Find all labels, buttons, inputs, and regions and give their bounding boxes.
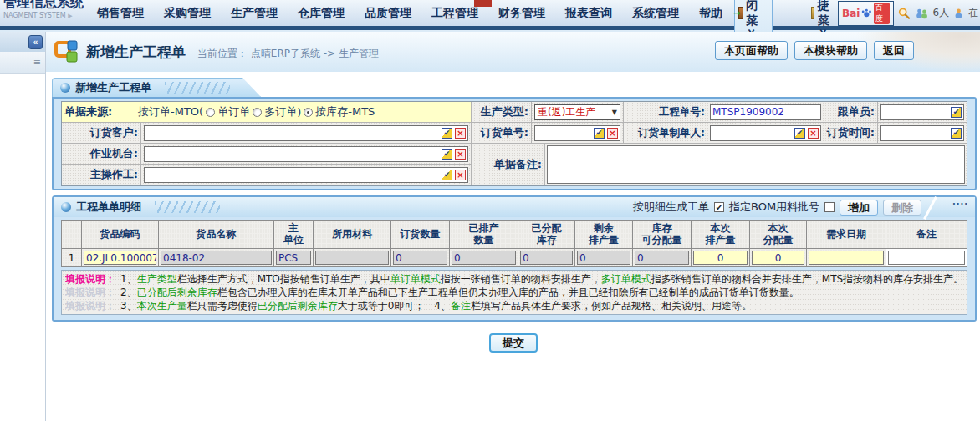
this-allocated-input[interactable]: 0 (752, 251, 804, 265)
operator-input[interactable]: ✔× (144, 167, 468, 183)
this-scheduled-input[interactable]: 0 (693, 251, 748, 265)
quick-menu-icon (811, 7, 814, 19)
order-no-input[interactable]: MTSP1909002 (710, 104, 821, 120)
baidu-search-button[interactable]: Bai 百度 (838, 1, 894, 26)
online-users-icon[interactable] (915, 8, 929, 19)
col-order-qty: 订货数量 (391, 221, 450, 249)
order-time-input[interactable]: ✔ (880, 125, 964, 141)
menu-item-reports[interactable]: 报表查询 (565, 6, 612, 21)
menu-item-system[interactable]: 系统管理 (632, 6, 679, 21)
topbar-right: Bai 百度 6人 在 (838, 1, 980, 26)
submit-button[interactable]: 提交 (489, 333, 538, 353)
dropdown-arrow-icon: ▼ (612, 109, 617, 116)
menu-item-engineering[interactable]: 工程管理 (431, 6, 478, 21)
main-menu: 销售管理 采购管理 生产管理 仓库管理 品质管理 工程管理 财务管理 报表查询 … (97, 6, 722, 21)
select-icon[interactable]: ✔ (794, 128, 805, 139)
col-this-scheduled: 本次 排产量 (692, 221, 750, 249)
doc-note-textarea[interactable] (547, 145, 965, 184)
prod-type-select[interactable]: 重(返)工生产 ▼ (534, 104, 620, 120)
clear-icon[interactable]: × (455, 149, 466, 160)
sales-maker-label: 订货单制单人: (624, 123, 707, 143)
add-row-button[interactable]: 增加 (840, 200, 878, 216)
need-date-input[interactable] (809, 251, 884, 265)
source-mts-label: 按库存-MTS (315, 104, 375, 119)
customer-label: 订货客户: (62, 123, 141, 143)
form-tab-title: 新增生产工程单 (75, 80, 151, 95)
index-header (62, 221, 82, 249)
select-icon[interactable]: ✔ (442, 149, 452, 160)
doc-note-label: 单据备注: (472, 144, 545, 185)
source-multi-label: 多订单 (264, 104, 297, 119)
clear-icon[interactable]: × (455, 170, 466, 180)
menu-item-help[interactable]: 帮助 (699, 6, 722, 21)
material-field (315, 251, 389, 265)
select-icon[interactable]: ✔ (442, 128, 452, 139)
page-title: 新增生产工程单 (86, 43, 186, 62)
col-need-date: 需求日期 (807, 221, 886, 249)
notes-section: 填报说明： 1、生产类型栏选择生产方式，MTO指按销售订单生产，其中单订单模式指… (61, 270, 967, 315)
menu-item-sales[interactable]: 销售管理 (97, 6, 144, 21)
screen: 管理信息系统 NAGMENT SYSTEM ▶ 销售管理 采购管理 生产管理 仓… (0, 0, 980, 421)
customer-input[interactable]: ✔× (144, 125, 468, 141)
gen-workorder-label: 按明细生成工单 (633, 200, 709, 215)
menu-item-warehouse[interactable]: 仓库管理 (298, 6, 345, 21)
machine-input[interactable]: ✔× (144, 146, 468, 162)
door-icon: → (738, 7, 743, 19)
scheduled-qty-field: 0 (452, 251, 516, 265)
col-allocated-stock: 已分配 库存 (518, 221, 575, 249)
bom-batch-checkbox[interactable] (824, 202, 835, 212)
item-code-input[interactable]: 02.JL0.100007✔ (84, 251, 156, 265)
user-icon[interactable] (953, 8, 964, 19)
sales-maker-input[interactable]: ✔× (710, 125, 821, 141)
baidu-bai-text: Bai (842, 8, 860, 19)
source-mto-text: 按订单-MTO( (138, 104, 203, 119)
prod-type-cell: 重(返)工生产 ▼ (532, 102, 624, 122)
form-row-source: 单据来源: 按订单-MTO( 单订单 多订单 ) 按库存-MTS 生产类型: (62, 102, 967, 123)
detail-tab-title: 工程单单明细 (76, 200, 141, 215)
select-icon[interactable]: ✔ (951, 128, 962, 139)
clear-icon[interactable]: × (607, 128, 618, 139)
select-icon[interactable]: ✔ (594, 128, 605, 139)
col-unit: 主 单位 (274, 221, 314, 249)
notes-heading: 填报说明： (65, 272, 120, 286)
menu-item-finance[interactable]: 财务管理 (498, 6, 545, 21)
clear-icon[interactable]: × (808, 128, 819, 139)
stock-assignable-field: 0 (635, 251, 689, 265)
form-panel: 新增生产工程单 单据来源: 按订单-MTO( 单订单 (52, 78, 977, 190)
menu-item-purchase[interactable]: 采购管理 (164, 6, 211, 21)
module-help-button[interactable]: 本模块帮助 (794, 41, 867, 60)
delete-row-button[interactable]: 删除 (883, 200, 921, 216)
detail-controls: 按明细生成工单 ✔ 指定BOM用料批号 增加 删除 (633, 200, 975, 216)
gen-workorder-checkbox[interactable]: ✔ (714, 202, 724, 212)
collapse-sidebar-button[interactable]: « (28, 35, 43, 49)
top-menu-bar: 管理信息系统 NAGMENT SYSTEM ▶ 销售管理 采购管理 生产管理 仓… (0, 0, 980, 26)
form-row-machine-note: 作业机台: ✔× 主操作工: ✔× (62, 144, 967, 185)
tab-stripes (165, 82, 230, 94)
item-name-field: 0418-02 (161, 251, 272, 265)
menu-item-production[interactable]: 生产管理 (231, 6, 278, 21)
select-icon[interactable]: ✔ (442, 170, 452, 180)
back-button[interactable]: 返回 (874, 41, 914, 60)
form-tab: 新增生产工程单 (52, 78, 261, 97)
unit-field: PCS (276, 251, 311, 265)
tab-stripes (155, 201, 220, 213)
page-help-button[interactable]: 本页面帮助 (715, 41, 788, 60)
search-icon[interactable] (898, 7, 911, 20)
detail-table: 货品编码 货品名称 主 单位 所用材料 订货数量 已排产 数量 已分配 库存 剩… (61, 220, 967, 267)
radio-multi-order[interactable] (253, 108, 262, 117)
col-scheduled-qty: 已排产 数量 (450, 221, 518, 249)
radio-mts[interactable] (304, 108, 313, 117)
allocated-stock-field: 0 (520, 251, 573, 265)
sidebar-toggle-icon[interactable]: ≡ (33, 57, 41, 68)
page-header: 新增生产工程单 当前位置： 点晴ERP子系统 -> 生产管理 本页面帮助 本模块… (46, 32, 980, 72)
remark-input[interactable] (888, 251, 965, 265)
radio-single-order[interactable] (206, 108, 215, 117)
menu-item-quality[interactable]: 品质管理 (365, 6, 411, 21)
app-logo: 管理信息系统 NAGMENT SYSTEM ▶ (0, 0, 92, 26)
sales-no-input[interactable]: ✔× (534, 125, 620, 141)
online-count: 6人 (933, 6, 950, 20)
select-icon[interactable]: ✔ (951, 107, 962, 118)
order-qty-field: 0 (393, 251, 447, 265)
follower-input[interactable]: ✔ (880, 104, 964, 120)
clear-icon[interactable]: × (455, 128, 466, 139)
